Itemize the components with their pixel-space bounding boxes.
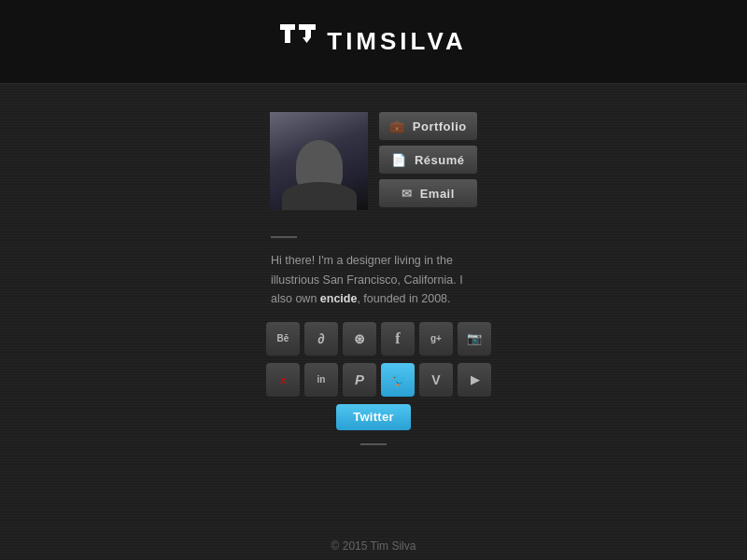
- behance-button[interactable]: Bē: [266, 322, 300, 356]
- bio-text-after: , founded in 2008.: [357, 292, 450, 305]
- portfolio-label: Portfolio: [413, 119, 467, 133]
- title-part1: TIM: [327, 27, 380, 55]
- deviantart-button[interactable]: ∂: [304, 322, 338, 356]
- avatar: [270, 112, 368, 210]
- svg-rect-1: [285, 30, 290, 43]
- portfolio-button[interactable]: 💼 Portfolio: [379, 112, 477, 140]
- googleplus-button[interactable]: g+: [419, 322, 453, 356]
- email-label: Email: [420, 187, 455, 201]
- svg-rect-3: [305, 30, 311, 37]
- dribbble-button[interactable]: ⊛: [343, 322, 376, 356]
- envelope-icon: ✉: [402, 187, 413, 201]
- facebook-button[interactable]: f: [381, 322, 415, 356]
- lastfm-button[interactable]: ♬: [266, 363, 300, 397]
- youtube-button[interactable]: ▶: [458, 363, 491, 397]
- logo-container: TIMSILVA: [280, 24, 466, 60]
- facebook-icon: f: [395, 330, 400, 347]
- bio-section: Hi there! I'm a designer living in the i…: [271, 229, 476, 309]
- footer: © 2015 Tim Silva: [0, 532, 747, 560]
- resume-button[interactable]: 📄 Résumé: [379, 146, 477, 174]
- svg-marker-4: [303, 37, 311, 43]
- svg-rect-2: [299, 24, 316, 30]
- bio-highlight: encide: [320, 292, 358, 305]
- title-part2: SILVA: [380, 27, 467, 55]
- vimeo-button[interactable]: V: [419, 363, 453, 397]
- behance-icon: Bē: [277, 333, 289, 343]
- bio-text: Hi there! I'm a designer living in the i…: [271, 251, 476, 309]
- header: TIMSILVA: [0, 0, 747, 84]
- document-icon: 📄: [391, 153, 407, 167]
- pinterest-button[interactable]: P: [343, 363, 376, 397]
- profile-section: 💼 Portfolio 📄 Résumé ✉ Email: [270, 112, 477, 210]
- bottom-divider: [360, 443, 387, 445]
- linkedin-button[interactable]: in: [304, 363, 338, 397]
- pinterest-icon: P: [355, 371, 364, 387]
- linkedin-icon: in: [317, 374, 326, 385]
- email-button[interactable]: ✉ Email: [379, 179, 477, 207]
- vimeo-icon: V: [431, 372, 440, 387]
- main-content: 💼 Portfolio 📄 Résumé ✉ Email Hi there! I…: [0, 84, 747, 560]
- svg-rect-0: [280, 24, 295, 30]
- twitter-icon: 🐦: [390, 372, 406, 387]
- dribbble-icon: ⊛: [354, 331, 365, 346]
- lastfm-icon: ♬: [279, 374, 287, 385]
- social-grid-row1: Bē ∂ ⊛ f g+ 📷: [266, 322, 481, 356]
- resume-label: Résumé: [415, 153, 465, 167]
- social-grid-row2: ♬ in P 🐦 V ▶: [266, 363, 481, 397]
- bio-divider-top: [271, 236, 297, 238]
- youtube-icon: ▶: [471, 373, 479, 386]
- twitter-label-button[interactable]: Twitter: [336, 404, 411, 430]
- twitter-button[interactable]: 🐦: [381, 363, 415, 397]
- logo-icon: [280, 24, 316, 60]
- site-title: TIMSILVA: [327, 27, 466, 56]
- deviantart-icon: ∂: [317, 330, 324, 346]
- action-buttons: 💼 Portfolio 📄 Résumé ✉ Email: [379, 112, 477, 207]
- briefcase-icon: 💼: [389, 119, 405, 133]
- googleplus-icon: g+: [430, 333, 442, 343]
- instagram-icon: 📷: [467, 331, 482, 345]
- instagram-button[interactable]: 📷: [458, 322, 491, 356]
- copyright-text: © 2015 Tim Silva: [331, 539, 416, 553]
- avatar-image: [270, 112, 368, 210]
- social-section: Bē ∂ ⊛ f g+ 📷 ♬ in P 🐦 V ▶ Twitter: [266, 322, 481, 430]
